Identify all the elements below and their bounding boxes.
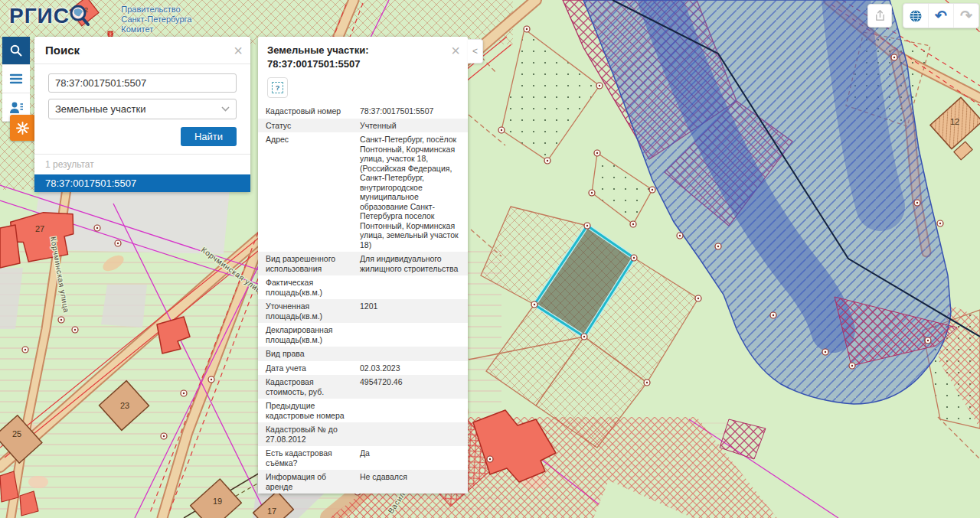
attribute-label: Вид права bbox=[266, 349, 360, 359]
search-tool-button[interactable] bbox=[2, 37, 30, 65]
attribute-value: 1201 bbox=[360, 301, 460, 321]
attribute-row: Предыдущие кадастровые номера bbox=[258, 399, 468, 422]
search-query-input[interactable] bbox=[48, 73, 237, 93]
attribute-row: Кадастровый № до 27.08.2012 bbox=[258, 422, 468, 446]
services-star-icon bbox=[15, 121, 30, 135]
attribute-row: Декларированная площадь(кв.м.) bbox=[258, 323, 468, 347]
attribute-label: Адрес bbox=[266, 135, 360, 249]
map-nav-group: ↶ ↷ bbox=[903, 3, 979, 28]
attribute-label: Декларированная площадь(кв.м.) bbox=[266, 325, 360, 344]
export-icon bbox=[874, 9, 887, 22]
parcel-number-label: 23 bbox=[120, 401, 129, 410]
attribute-row: Кадастровая стоимость, руб.4954720.46 bbox=[258, 375, 468, 399]
menu-icon bbox=[9, 73, 23, 85]
attribute-value bbox=[360, 278, 460, 297]
parcel-number-label: 27 bbox=[35, 224, 44, 233]
attribute-row: Фактическая площадь(кв.м.) bbox=[258, 275, 468, 299]
attribute-label: Статус bbox=[266, 121, 360, 131]
search-icon bbox=[9, 44, 23, 57]
attribute-label: Дата учета bbox=[266, 363, 360, 373]
attribute-label: Есть кадастровая съёмка? bbox=[266, 448, 360, 468]
attribute-row: СтатусУчтенный bbox=[258, 119, 468, 133]
attribute-row: АдресСанкт-Петербург, посёлок Понтонный,… bbox=[258, 132, 468, 252]
attribute-row: Вид разрешенного использованияДля индиви… bbox=[258, 252, 468, 275]
details-close-icon[interactable]: × bbox=[451, 40, 460, 61]
attribute-value: 78:37:0017501:5507 bbox=[360, 106, 460, 116]
attribute-value: 4954720.46 bbox=[360, 377, 460, 396]
details-collapse-button[interactable]: < bbox=[468, 39, 483, 64]
redo-button[interactable]: ↷ bbox=[954, 4, 978, 28]
attribute-label: Уточненная площадь(кв.м.) bbox=[266, 301, 360, 321]
undo-icon: ↶ bbox=[935, 8, 947, 23]
globe-button[interactable] bbox=[903, 4, 929, 28]
attribute-value: 02.03.2023 bbox=[360, 363, 460, 373]
attribute-value bbox=[360, 401, 460, 420]
undo-button[interactable]: ↶ bbox=[929, 4, 954, 28]
attribute-row: Дата учета02.03.2023 bbox=[258, 361, 468, 376]
search-panel: Поиск × Земельные участки Найти 1 резуль… bbox=[34, 37, 250, 192]
attribute-label: Предыдущие кадастровые номера bbox=[266, 401, 360, 420]
help-icon: ? bbox=[272, 82, 283, 93]
search-category-value: Земельные участки bbox=[55, 103, 145, 115]
attribute-label: Кадастровый № до 27.08.2012 bbox=[266, 425, 360, 444]
attribute-value: Да bbox=[360, 448, 460, 468]
attribute-label: Информация об аренде bbox=[266, 472, 360, 491]
search-close-icon[interactable]: × bbox=[234, 40, 243, 61]
find-button[interactable]: Найти bbox=[181, 127, 237, 146]
parcel-number-label: 12 bbox=[80, 6, 88, 14]
attribute-value bbox=[360, 349, 460, 359]
attribute-value bbox=[360, 325, 460, 344]
attribute-row: Кадастровый номер78:37:0017501:5507 bbox=[258, 104, 468, 119]
search-panel-title: Поиск bbox=[45, 44, 80, 57]
app-window: 2723251917171212Корчминская улицаКорчмин… bbox=[0, 0, 980, 518]
redo-icon: ↷ bbox=[960, 8, 972, 23]
attribute-row: Уточненная площадь(кв.м.)1201 bbox=[258, 299, 468, 323]
attribute-value bbox=[360, 425, 460, 444]
help-button[interactable]: ? bbox=[267, 77, 288, 98]
parcel-number-label: 25 bbox=[12, 429, 21, 438]
parcel-number-label: 12 bbox=[950, 117, 959, 126]
attribute-row: Информация об арендеНе сдавался bbox=[258, 470, 468, 494]
left-toolbar bbox=[2, 37, 30, 122]
chevron-down-icon bbox=[221, 106, 230, 112]
search-category-select[interactable]: Земельные участки bbox=[48, 99, 237, 119]
attribute-label: Вид разрешенного использования bbox=[266, 254, 360, 273]
attributes-table: Кадастровый номер78:37:0017501:5507Стату… bbox=[258, 104, 468, 494]
parcel-number-label: 17 bbox=[267, 507, 276, 516]
layers-menu-button[interactable] bbox=[2, 65, 30, 93]
attribute-value: Для индивидуального жилищного строительс… bbox=[360, 254, 460, 273]
attribute-row: Есть кадастровая съёмка?Да bbox=[258, 446, 468, 470]
attribute-label: Фактическая площадь(кв.м.) bbox=[266, 278, 360, 297]
user-list-icon bbox=[9, 101, 24, 114]
attribute-label: Кадастровый номер bbox=[266, 106, 360, 116]
attribute-label: Кадастровая стоимость, руб. bbox=[266, 377, 360, 396]
export-button[interactable] bbox=[867, 4, 892, 28]
attribute-value: Учтенный bbox=[360, 121, 460, 131]
attribute-value: Санкт-Петербург, посёлок Понтонный, Корч… bbox=[360, 135, 460, 249]
details-panel-title: Земельные участки: 78:37:0017501:5507 bbox=[267, 44, 369, 70]
attribute-row: Вид права bbox=[258, 347, 468, 361]
globe-icon bbox=[909, 9, 923, 23]
search-result-item[interactable]: 78:37:0017501:5507 bbox=[34, 174, 250, 192]
parcel-number-label: 19 bbox=[213, 497, 222, 506]
details-panel: Земельные участки: 78:37:0017501:5507 × … bbox=[258, 37, 468, 494]
attribute-value: Не сдавался bbox=[360, 472, 460, 491]
services-button[interactable] bbox=[10, 115, 35, 141]
results-count: 1 результат bbox=[34, 154, 250, 174]
